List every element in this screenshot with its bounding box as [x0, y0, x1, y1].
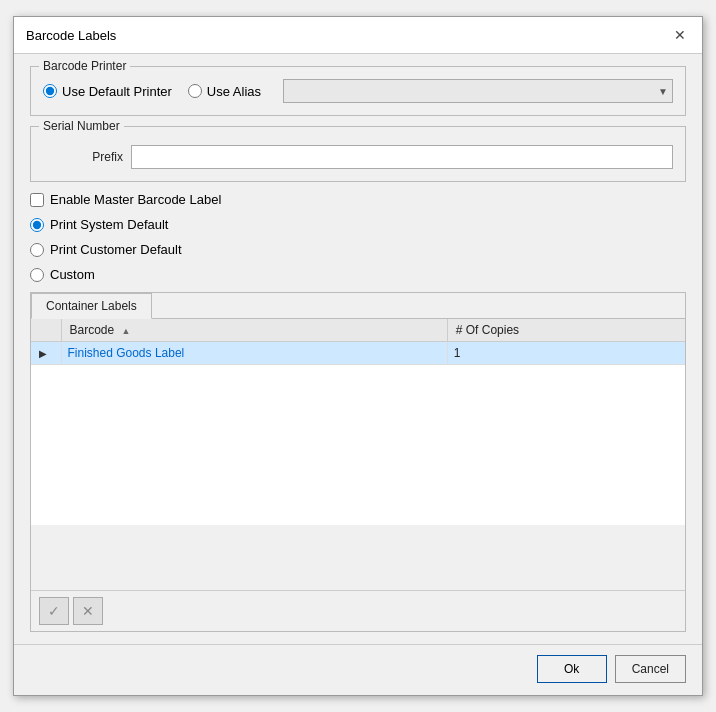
cancel-button[interactable]: Cancel	[615, 655, 686, 683]
enable-master-label: Enable Master Barcode Label	[50, 192, 221, 207]
serial-number-group: Serial Number Prefix	[30, 126, 686, 182]
use-alias-radio[interactable]	[188, 84, 202, 98]
printer-radio-row: Use Default Printer Use Alias ▼	[43, 79, 673, 103]
table-body: ▶ Finished Goods Label 1	[31, 342, 685, 365]
use-default-radio[interactable]	[43, 84, 57, 98]
barcode-cell: Finished Goods Label	[61, 342, 447, 365]
sort-icon: ▲	[122, 326, 131, 336]
barcode-printer-group: Barcode Printer Use Default Printer Use …	[30, 66, 686, 116]
use-alias-option[interactable]: Use Alias	[188, 84, 261, 99]
custom-radio[interactable]	[30, 268, 44, 282]
tab-header: Container Labels	[31, 293, 685, 319]
confirm-button[interactable]: ✓	[39, 597, 69, 625]
row-arrow-cell: ▶	[31, 342, 61, 365]
print-system-default-radio[interactable]	[30, 218, 44, 232]
use-alias-label: Use Alias	[207, 84, 261, 99]
table-header-row: Barcode ▲ # Of Copies	[31, 319, 685, 342]
table-toolbar: ✓ ✕	[31, 590, 685, 631]
check-icon: ✓	[48, 603, 60, 619]
dialog-title: Barcode Labels	[26, 28, 116, 43]
prefix-label: Prefix	[43, 150, 123, 164]
enable-master-checkbox[interactable]	[30, 193, 44, 207]
barcode-col-header: Barcode ▲	[61, 319, 447, 342]
chevron-down-icon: ▼	[658, 86, 668, 97]
row-arrow-icon: ▶	[37, 348, 49, 359]
custom-row: Custom	[30, 267, 686, 282]
container-labels-table: Barcode ▲ # Of Copies ▶ Finished Goods L…	[31, 319, 685, 365]
use-default-label: Use Default Printer	[62, 84, 172, 99]
copies-col-header: # Of Copies	[447, 319, 685, 342]
prefix-input[interactable]	[131, 145, 673, 169]
alias-dropdown[interactable]: ▼	[283, 79, 673, 103]
serial-number-label: Serial Number	[39, 119, 124, 133]
use-default-printer-option[interactable]: Use Default Printer	[43, 84, 172, 99]
table-empty-area	[31, 365, 685, 525]
title-bar: Barcode Labels ✕	[14, 17, 702, 54]
row-indicator-col	[31, 319, 61, 342]
dialog-body: Barcode Printer Use Default Printer Use …	[14, 54, 702, 644]
barcode-labels-dialog: Barcode Labels ✕ Barcode Printer Use Def…	[13, 16, 703, 696]
serial-prefix-row: Prefix	[43, 145, 673, 169]
tab-content: Barcode ▲ # Of Copies ▶ Finished Goods L…	[31, 319, 685, 631]
custom-label: Custom	[50, 267, 95, 282]
container-labels-section: Container Labels Barcode ▲	[30, 292, 686, 632]
remove-button[interactable]: ✕	[73, 597, 103, 625]
print-customer-default-row: Print Customer Default	[30, 242, 686, 257]
print-system-default-label: Print System Default	[50, 217, 169, 232]
dialog-footer: Ok Cancel	[14, 644, 702, 695]
print-system-default-row: Print System Default	[30, 217, 686, 232]
table-row[interactable]: ▶ Finished Goods Label 1	[31, 342, 685, 365]
ok-button[interactable]: Ok	[537, 655, 607, 683]
barcode-printer-label: Barcode Printer	[39, 59, 130, 73]
copies-cell: 1	[447, 342, 685, 365]
close-icon[interactable]: ✕	[670, 25, 690, 45]
enable-master-row: Enable Master Barcode Label	[30, 192, 686, 207]
print-customer-default-radio[interactable]	[30, 243, 44, 257]
tab-container-labels[interactable]: Container Labels	[31, 293, 152, 319]
table-wrapper: Barcode ▲ # Of Copies ▶ Finished Goods L…	[31, 319, 685, 590]
print-customer-default-label: Print Customer Default	[50, 242, 182, 257]
barcode-link[interactable]: Finished Goods Label	[68, 346, 185, 360]
x-icon: ✕	[82, 603, 94, 619]
